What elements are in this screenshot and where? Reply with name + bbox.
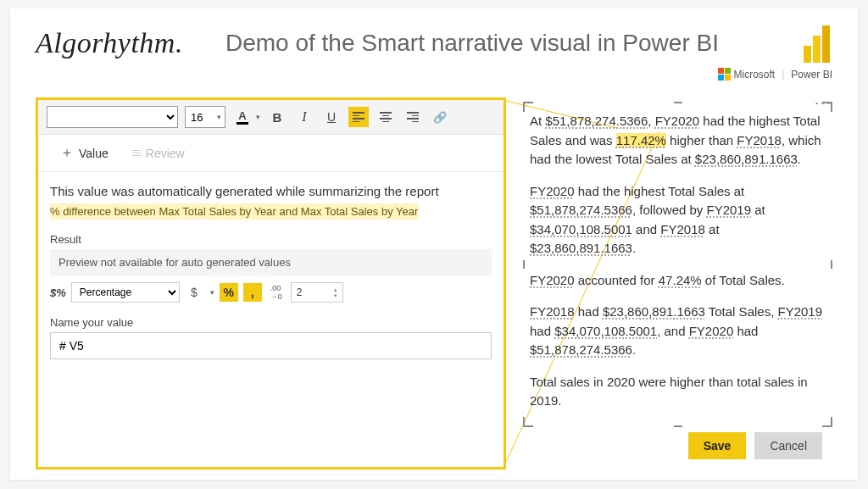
result-label: Result [50, 233, 492, 246]
thousands-separator-button[interactable]: , [243, 283, 262, 302]
tab-value[interactable]: ＋ Value [48, 135, 120, 171]
font-size-select[interactable]: 16 ▾ [185, 106, 225, 128]
tab-review[interactable]: Review [120, 135, 197, 171]
decimals-shift-button[interactable]: .00→0 [267, 283, 286, 302]
brand-logo: Algorhythm. [36, 27, 183, 59]
narrative-container: ··· At $51,878,274.5366, FY2020 had the … [523, 97, 832, 470]
smart-narrative-visual[interactable]: At $51,878,274.5366, FY2020 had the high… [523, 102, 832, 427]
editor-tabs: ＋ Value Review [38, 135, 504, 172]
microsoft-icon [718, 68, 731, 81]
resize-handle[interactable] [523, 417, 533, 427]
plus-icon: ＋ [60, 144, 74, 162]
bold-button[interactable]: B [267, 107, 287, 127]
editor-body: This value was automatically generated w… [38, 172, 504, 467]
narrative-paragraph: Total sales in 2020 were higher than tot… [530, 373, 824, 411]
underline-button[interactable]: U [321, 107, 342, 127]
list-icon [132, 150, 141, 157]
align-left-button[interactable] [348, 107, 369, 127]
brand-area: Microsoft | Power BI [718, 25, 833, 81]
percent-format-button[interactable]: % [220, 283, 238, 302]
text-color-button[interactable]: A [232, 107, 253, 127]
resize-handle[interactable] [674, 102, 682, 103]
italic-button[interactable]: I [294, 107, 314, 127]
decimals-input[interactable]: 2 ▴▾ [291, 282, 343, 303]
narrative-paragraph: FY2018 had $23,860,891.1663 Total Sales,… [530, 303, 824, 360]
narrative-paragraph: FY2020 had the highest Total Sales at $5… [530, 182, 824, 258]
link-button[interactable]: 🔗 [430, 107, 450, 127]
format-row: $% Percentage $ ▾ % , .00→0 2 ▴▾ [50, 282, 492, 303]
value-name-input[interactable] [50, 332, 492, 359]
resize-handle[interactable] [523, 102, 533, 112]
chevron-down-icon[interactable]: ▾ [256, 113, 260, 121]
highlighted-value: 117.42% [616, 133, 666, 147]
resize-handle[interactable] [822, 417, 832, 427]
page-title: Demo of the Smart narrative visual in Po… [225, 30, 719, 57]
value-description: % difference between Max Total Sales by … [50, 203, 418, 219]
resize-handle[interactable] [674, 425, 682, 427]
narrative-paragraph: At $51,878,274.5366, FY2020 had the high… [530, 112, 824, 169]
resize-handle[interactable] [822, 102, 832, 112]
resize-handle[interactable] [831, 260, 832, 269]
stepper-icon[interactable]: ▴▾ [334, 286, 337, 298]
powerbi-label: Power BI [791, 69, 832, 81]
brand-line: Microsoft | Power BI [718, 68, 833, 81]
text-toolbar: 16 ▾ A ▾ B I U [38, 100, 504, 135]
chevron-down-icon: ▾ [217, 113, 221, 121]
report-page: Algorhythm. Demo of the Smart narrative … [10, 8, 858, 480]
font-family-select[interactable] [47, 106, 178, 128]
value-editor-panel: 16 ▾ A ▾ B I U [36, 97, 506, 470]
align-center-button[interactable] [376, 107, 396, 127]
resize-handle[interactable] [523, 260, 525, 269]
chevron-down-icon[interactable]: ▾ [210, 288, 214, 297]
format-icon: $% [50, 286, 66, 299]
powerbi-icon [804, 25, 832, 63]
microsoft-label: Microsoft [734, 69, 776, 81]
align-right-button[interactable] [403, 107, 423, 127]
narrative-paragraph: FY2020 accounted for 47.24% of Total Sal… [530, 271, 824, 291]
main-area: 16 ▾ A ▾ B I U [36, 97, 832, 470]
format-type-select[interactable]: Percentage [71, 282, 180, 303]
result-preview: Preview not available for auto generated… [50, 249, 492, 275]
currency-format-button[interactable]: $ [185, 283, 203, 302]
name-label: Name your value [50, 316, 492, 329]
auto-generated-message: This value was automatically generated w… [50, 184, 492, 198]
